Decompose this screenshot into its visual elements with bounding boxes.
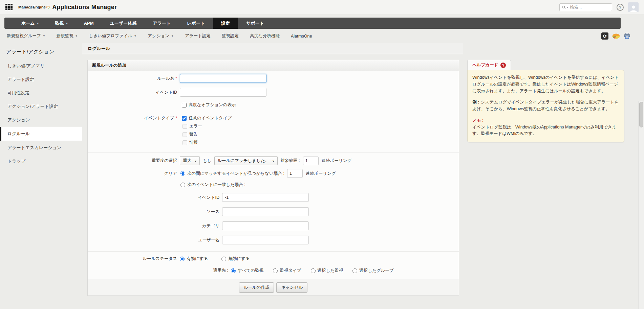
chevron-down-icon: ▾ xyxy=(66,22,68,25)
event-id-input[interactable] xyxy=(180,88,266,97)
status-enable-radio[interactable] xyxy=(180,257,185,261)
search-icon xyxy=(562,5,566,9)
rule-name-label: ルール名 * xyxy=(88,76,180,81)
chevron-down-icon: ▼ xyxy=(134,34,136,38)
sidebar-item-alert-settings[interactable]: アラート設定 xyxy=(0,73,82,86)
chevron-down-icon: ▼ xyxy=(75,34,78,38)
subnav-alert-settings[interactable]: アラート設定 xyxy=(185,33,211,39)
clear-no-match-radio[interactable] xyxy=(180,171,185,176)
help-icon[interactable]: ? xyxy=(617,4,624,11)
nav-tab-monitor[interactable]: 監視▾ xyxy=(47,18,76,29)
person-icon xyxy=(629,4,638,12)
apply-all-monitors-option[interactable]: すべての監視 xyxy=(231,268,263,274)
scope-input[interactable] xyxy=(303,157,319,165)
search-scope-caret-icon[interactable]: ▾ xyxy=(567,6,568,9)
subnav-action[interactable]: アクション▼ xyxy=(148,33,174,39)
sidebar: アラート/アクション しきい値/アノマリ アラート設定 可用性設定 アクション/… xyxy=(0,43,82,168)
source-input[interactable] xyxy=(222,207,309,216)
clear-no-match-option[interactable]: 次の間にマッチするイベントが見つからない場合 : xyxy=(180,171,284,176)
sidebar-item-trap[interactable]: トラップ xyxy=(0,154,82,168)
nav-tab-apm[interactable]: APM xyxy=(76,18,102,29)
section-divider xyxy=(88,251,459,252)
event-type-error-option: エラー xyxy=(183,123,202,129)
event-type-label: イベントタイプ * xyxy=(88,115,180,121)
help-question-icon[interactable]: ? xyxy=(500,63,506,68)
apply-selected-monitors-radio[interactable] xyxy=(311,268,316,273)
sidebar-item-action-alert-settings[interactable]: アクション/アラート設定 xyxy=(0,100,82,113)
nav-tab-support[interactable]: サポート xyxy=(238,18,272,29)
apps-grid-icon[interactable] xyxy=(5,4,13,11)
nav-tab-reports[interactable]: レポート xyxy=(179,18,213,29)
global-search-box[interactable]: ▾ xyxy=(559,3,612,11)
criteria-event-id-input[interactable] xyxy=(222,193,309,202)
subnav-new-monitor-group[interactable]: 新規監視グループ▼ xyxy=(7,33,45,39)
manageengine-logo: ManageEngine xyxy=(18,5,50,9)
cancel-button[interactable]: キャンセル xyxy=(276,282,307,293)
polls-suffix-label: 連続ポーリング xyxy=(322,158,352,164)
clear-no-match-count-input[interactable] xyxy=(287,169,303,178)
apply-monitor-type-radio[interactable] xyxy=(273,268,278,273)
nav-tab-home[interactable]: ホーム▾ xyxy=(13,18,47,29)
subnav-monitor-settings[interactable]: 監視設定 xyxy=(222,33,239,39)
status-disable-radio[interactable] xyxy=(221,257,226,261)
chevron-down-icon: ▼ xyxy=(43,34,45,38)
nav-tab-user-experience[interactable]: ユーザー体感 xyxy=(102,18,145,29)
scrollbar-thumb[interactable] xyxy=(639,102,643,127)
username-input[interactable] xyxy=(222,236,309,244)
example-label: 例： xyxy=(472,100,481,104)
apply-selected-monitors-option[interactable]: 選択した監視 xyxy=(311,268,343,274)
clear-match-option[interactable]: 次のイベントに一致した場合 : xyxy=(180,182,245,188)
sidebar-item-alert-escalation[interactable]: アラートエスカレーション xyxy=(0,141,82,154)
add-rule-form: 新規ルールの追加 ルール名 * イベントID 高度なオプションの表示 xyxy=(87,60,459,296)
event-type-any-option[interactable]: 任意のイベントタイプ xyxy=(182,115,232,121)
advanced-options-option[interactable]: 高度なオプションの表示 xyxy=(182,102,236,108)
sidebar-item-threshold-anomaly[interactable]: しきい値/アノマリ xyxy=(0,59,82,73)
apply-selected-groups-option[interactable]: 選択したグループ xyxy=(352,268,393,274)
sidebar-item-action[interactable]: アクション xyxy=(0,113,82,127)
page-scrollbar[interactable] xyxy=(638,101,644,309)
clear-label: クリア xyxy=(88,171,180,176)
apply-all-monitors-radio[interactable] xyxy=(231,268,236,273)
required-asterisk: * xyxy=(175,76,177,81)
event-type-warning-checkbox xyxy=(183,132,187,137)
clear-match-radio[interactable] xyxy=(180,183,185,187)
required-asterisk: * xyxy=(175,116,177,120)
clear-polls-suffix-label: 連続ポーリング xyxy=(306,171,336,176)
sidebar-item-log-rules[interactable]: ログルール xyxy=(0,127,82,141)
global-search-input[interactable] xyxy=(569,4,609,10)
condition-select[interactable]: ルールにマッチしました。∨ xyxy=(214,156,278,165)
status-enable-option[interactable]: 有効にする xyxy=(180,256,208,262)
rule-name-input[interactable] xyxy=(180,74,266,83)
apply-monitor-type-option[interactable]: 監視タイプ xyxy=(273,268,301,274)
event-id-label: イベントID xyxy=(88,90,180,95)
username-label: ユーザー名 xyxy=(88,237,222,243)
create-rule-button[interactable]: ルールの作成 xyxy=(239,282,274,293)
apply-selected-groups-radio[interactable] xyxy=(352,268,357,273)
event-type-any-checkbox[interactable] xyxy=(182,116,187,121)
help-intro-text: Windowsイベントを監視し、Windowsのイベントを受信するには、イベント… xyxy=(472,74,619,94)
apply-to-label: 適用先 : xyxy=(88,268,231,274)
page-title: ログルール xyxy=(82,43,463,54)
subnav-advanced-analytics[interactable]: 高度な分析機能 xyxy=(250,33,280,39)
brand-logo[interactable]: ManageEngine Applications Manager xyxy=(18,4,117,11)
chevron-down-icon: ∨ xyxy=(272,159,275,163)
event-type-info-checkbox xyxy=(183,140,187,145)
nav-tab-settings[interactable]: 設定 xyxy=(213,18,238,29)
subnav-new-monitor[interactable]: 新規監視▼ xyxy=(57,33,78,39)
shutter-icon[interactable]: ⟳ xyxy=(601,32,608,40)
category-input[interactable] xyxy=(222,221,309,230)
user-avatar[interactable] xyxy=(628,2,639,12)
severity-select[interactable]: 重大∨ xyxy=(180,156,200,165)
content-panel: ログルール 新規ルールの追加 ルール名 * イベントID 高度なオプショ xyxy=(82,43,463,296)
printer-icon[interactable] xyxy=(624,33,630,39)
chevron-down-icon: ▼ xyxy=(171,34,174,38)
pie-chart-icon[interactable] xyxy=(612,33,620,39)
status-disable-option[interactable]: 無効にする xyxy=(221,256,250,262)
advanced-options-checkbox[interactable] xyxy=(182,103,187,108)
sidebar-item-availability-settings[interactable]: 可用性設定 xyxy=(0,86,82,100)
severity-label: 重要度の選択 xyxy=(88,158,180,164)
help-card-tab[interactable]: ヘルプカード ? xyxy=(467,60,511,70)
subnav-threshold-profile[interactable]: しきい値プロファイル▼ xyxy=(89,33,137,39)
subnav-alarmsone[interactable]: AlarmsOne xyxy=(291,34,312,39)
nav-tab-alerts[interactable]: アラート xyxy=(145,18,179,29)
